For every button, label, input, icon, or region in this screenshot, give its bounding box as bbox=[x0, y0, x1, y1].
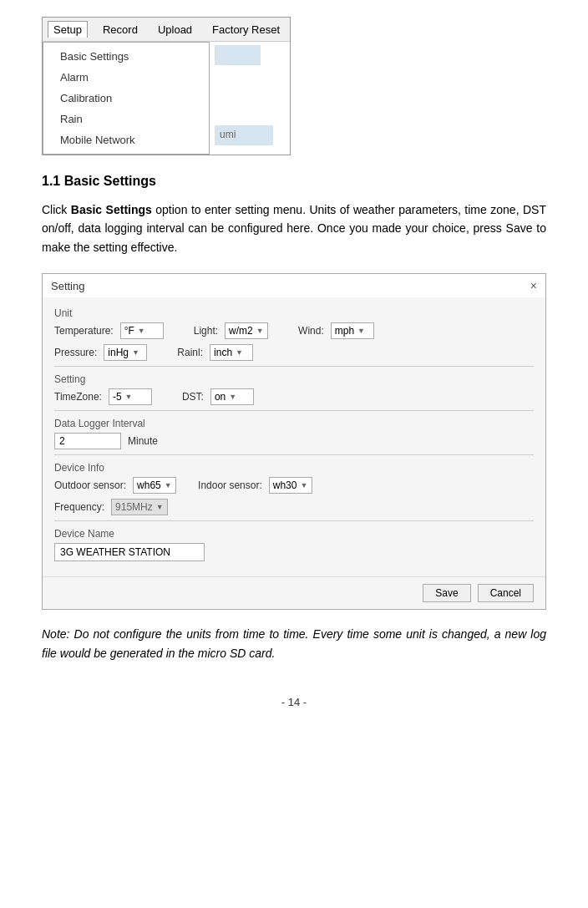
timezone-select[interactable]: -5 ▼ bbox=[109, 388, 152, 405]
dialog-content: Unit Temperature: °F ▼ Light: w/m2 ▼ Win… bbox=[43, 297, 545, 576]
frequency-select: 915MHz ▼ bbox=[111, 499, 168, 515]
menu-item-upload[interactable]: Upload bbox=[153, 22, 197, 38]
outdoor-sensor-arrow-icon: ▼ bbox=[165, 481, 172, 490]
indoor-sensor-label: Indoor sensor: bbox=[198, 479, 262, 491]
temp-label: Temperature: bbox=[54, 325, 114, 337]
save-button[interactable]: Save bbox=[423, 584, 470, 602]
outdoor-sensor-value: wh65 bbox=[137, 479, 161, 491]
unit-row-2: Pressure: inHg ▼ Rainl: inch ▼ bbox=[54, 344, 534, 361]
dialog-close-button[interactable]: × bbox=[530, 279, 537, 292]
device-name-row: 3G WEATHER STATION bbox=[54, 543, 534, 561]
dst-arrow-icon: ▼ bbox=[229, 393, 236, 401]
rainl-label: Rainl: bbox=[177, 347, 203, 358]
pressure-arrow-icon: ▼ bbox=[132, 348, 139, 357]
timezone-value: -5 bbox=[113, 391, 122, 403]
menu-item-setup[interactable]: Setup bbox=[48, 21, 88, 38]
body-intro: Click bbox=[42, 203, 71, 216]
dialog-titlebar: Setting × bbox=[43, 274, 545, 297]
settings-dialog: Setting × Unit Temperature: °F ▼ Light: … bbox=[42, 273, 546, 610]
unit-row-1: Temperature: °F ▼ Light: w/m2 ▼ Wind: mp… bbox=[54, 322, 534, 339]
unit-section-label: Unit bbox=[54, 307, 534, 319]
setting-section-label: Setting bbox=[54, 373, 534, 385]
stub-box-2: umi bbox=[215, 125, 273, 145]
body-bold: Basic Settings bbox=[71, 203, 152, 216]
data-logger-row: 2 Minute bbox=[54, 433, 534, 449]
timezone-arrow-icon: ▼ bbox=[125, 393, 133, 401]
minute-label: Minute bbox=[128, 435, 158, 447]
pressure-select[interactable]: inHg ▼ bbox=[104, 344, 147, 361]
outdoor-sensor-select[interactable]: wh65 ▼ bbox=[133, 477, 176, 494]
wind-value: mph bbox=[335, 325, 354, 337]
note-text: Note: Do not configure the units from ti… bbox=[42, 625, 546, 662]
stub-box-1 bbox=[215, 45, 261, 65]
frequency-value: 915MHz bbox=[115, 501, 153, 513]
menu-item-record[interactable]: Record bbox=[98, 22, 143, 38]
light-select[interactable]: w/m2 ▼ bbox=[225, 322, 268, 339]
cancel-button[interactable]: Cancel bbox=[478, 584, 534, 602]
light-label: Light: bbox=[194, 325, 218, 337]
data-logger-label: Data Logger Interval bbox=[54, 418, 534, 429]
indoor-sensor-value: wh30 bbox=[273, 479, 297, 491]
menu-dropdown-area: Basic Settings Alarm Calibration Rain Mo… bbox=[43, 42, 290, 155]
dropdown-basic-settings[interactable]: Basic Settings bbox=[43, 46, 209, 67]
setting-row-1: TimeZone: -5 ▼ DST: on ▼ bbox=[54, 388, 534, 405]
device-name-input[interactable]: 3G WEATHER STATION bbox=[54, 543, 205, 561]
wind-select[interactable]: mph ▼ bbox=[331, 322, 374, 339]
divider-1 bbox=[54, 366, 534, 367]
dropdown-calibration[interactable]: Calibration bbox=[43, 88, 209, 109]
indoor-sensor-arrow-icon: ▼ bbox=[300, 481, 307, 490]
rainl-select[interactable]: inch ▼ bbox=[210, 344, 253, 361]
rainl-arrow-icon: ▼ bbox=[236, 348, 243, 357]
divider-3 bbox=[54, 454, 534, 455]
wind-arrow-icon: ▼ bbox=[357, 327, 365, 335]
data-logger-input[interactable]: 2 bbox=[54, 433, 121, 449]
timezone-label: TimeZone: bbox=[54, 391, 102, 403]
frequency-label: Frequency: bbox=[54, 501, 104, 513]
device-info-row-2: Frequency: 915MHz ▼ bbox=[54, 499, 534, 515]
wind-label: Wind: bbox=[298, 325, 324, 337]
outdoor-sensor-label: Outdoor sensor: bbox=[54, 479, 126, 491]
menu-dropdown: Basic Settings Alarm Calibration Rain Mo… bbox=[43, 42, 210, 155]
device-name-section-label: Device Name bbox=[54, 528, 534, 540]
temp-value: °F bbox=[124, 325, 134, 337]
section-heading: 1.1 Basic Settings bbox=[42, 174, 546, 189]
dst-select[interactable]: on ▼ bbox=[210, 388, 254, 405]
page-number: - 14 - bbox=[42, 696, 546, 708]
dst-label: DST: bbox=[182, 391, 204, 403]
dropdown-rain[interactable]: Rain bbox=[43, 109, 209, 129]
light-value: w/m2 bbox=[229, 325, 253, 337]
device-info-label: Device Info bbox=[54, 462, 534, 474]
body-text: Click Basic Settings option to enter set… bbox=[42, 200, 546, 256]
divider-4 bbox=[54, 520, 534, 521]
dropdown-mobile-network[interactable]: Mobile Network bbox=[43, 129, 209, 150]
dialog-title: Setting bbox=[51, 280, 84, 292]
menu-screenshot: Setup Record Upload Factory Reset Basic … bbox=[42, 17, 291, 155]
pressure-label: Pressure: bbox=[54, 347, 97, 358]
indoor-sensor-select[interactable]: wh30 ▼ bbox=[269, 477, 312, 494]
light-arrow-icon: ▼ bbox=[256, 327, 264, 335]
menu-item-factory-reset[interactable]: Factory Reset bbox=[207, 22, 285, 38]
frequency-arrow-icon: ▼ bbox=[156, 503, 164, 511]
menu-bar: Setup Record Upload Factory Reset bbox=[43, 18, 290, 42]
temp-arrow-icon: ▼ bbox=[138, 327, 145, 335]
dropdown-alarm[interactable]: Alarm bbox=[43, 67, 209, 88]
dst-value: on bbox=[215, 391, 226, 403]
dialog-footer: Save Cancel bbox=[43, 576, 545, 609]
menu-stub-area: umi bbox=[210, 42, 278, 149]
pressure-value: inHg bbox=[108, 347, 129, 358]
divider-2 bbox=[54, 410, 534, 411]
temp-select[interactable]: °F ▼ bbox=[120, 322, 164, 339]
device-info-row-1: Outdoor sensor: wh65 ▼ Indoor sensor: wh… bbox=[54, 477, 534, 494]
rainl-value: inch bbox=[214, 347, 232, 358]
